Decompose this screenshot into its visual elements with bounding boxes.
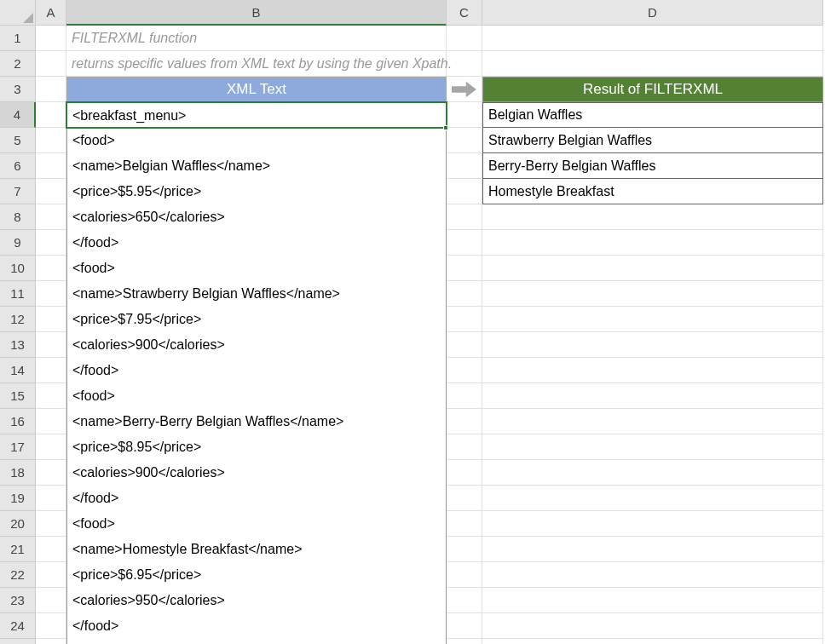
cell-C8[interactable] — [447, 204, 482, 230]
cell-B5[interactable]: <food> — [66, 128, 447, 153]
cell-B4[interactable]: <breakfast_menu> — [66, 102, 447, 128]
cell-A21[interactable] — [36, 537, 66, 562]
row-header-8[interactable]: 8 — [0, 204, 36, 230]
fill-handle[interactable] — [443, 125, 448, 130]
cell-D7[interactable]: Homestyle Breakfast — [482, 179, 823, 204]
cell-C14[interactable] — [447, 358, 482, 383]
cell-A4[interactable] — [36, 102, 66, 128]
row-header-4[interactable]: 4 — [0, 102, 36, 128]
select-all-corner[interactable] — [0, 0, 36, 26]
cell-A24[interactable] — [36, 613, 66, 639]
row-header-15[interactable]: 15 — [0, 383, 36, 409]
cell-D9[interactable] — [482, 230, 823, 256]
row-header-22[interactable]: 22 — [0, 562, 36, 588]
row-header-2[interactable]: 2 — [0, 51, 36, 77]
cell-C24[interactable] — [447, 613, 482, 639]
cell-A15[interactable] — [36, 383, 66, 409]
cell-D12[interactable] — [482, 307, 823, 332]
cell-B23[interactable]: <calories>950</calories> — [66, 588, 447, 613]
col-header-B[interactable]: B — [66, 0, 447, 26]
cell-D25[interactable] — [482, 639, 823, 644]
cell-D10[interactable] — [482, 256, 823, 281]
cell-B1[interactable]: FILTERXML function — [66, 26, 447, 51]
cell-A20[interactable] — [36, 511, 66, 537]
cell-C11[interactable] — [447, 281, 482, 307]
cell-B12[interactable]: <price>$7.95</price> — [66, 307, 447, 332]
cell-D20[interactable] — [482, 511, 823, 537]
cell-A22[interactable] — [36, 562, 66, 588]
cell-A1[interactable] — [36, 26, 66, 51]
cell-D14[interactable] — [482, 358, 823, 383]
cell-D15[interactable] — [482, 383, 823, 409]
cell-D22[interactable] — [482, 562, 823, 588]
cell-C9[interactable] — [447, 230, 482, 256]
cell-C5[interactable] — [447, 128, 482, 153]
cell-D16[interactable] — [482, 409, 823, 434]
cell-D13[interactable] — [482, 332, 823, 358]
cell-D2[interactable] — [482, 51, 823, 77]
row-header-21[interactable]: 21 — [0, 537, 36, 562]
cell-B25[interactable]: </breakfast_menu> — [66, 639, 447, 644]
result-header[interactable]: Result of FILTERXML — [482, 77, 823, 102]
row-header-12[interactable]: 12 — [0, 307, 36, 332]
cell-B20[interactable]: <food> — [66, 511, 447, 537]
cell-A16[interactable] — [36, 409, 66, 434]
cell-C20[interactable] — [447, 511, 482, 537]
cell-A11[interactable] — [36, 281, 66, 307]
cell-A9[interactable] — [36, 230, 66, 256]
cell-A8[interactable] — [36, 204, 66, 230]
row-header-16[interactable]: 16 — [0, 409, 36, 434]
cell-A2[interactable] — [36, 51, 66, 77]
row-header-13[interactable]: 13 — [0, 332, 36, 358]
cell-D5[interactable]: Strawberry Belgian Waffles — [482, 128, 823, 153]
cell-A17[interactable] — [36, 434, 66, 460]
cell-D6[interactable]: Berry-Berry Belgian Waffles — [482, 153, 823, 179]
cell-B13[interactable]: <calories>900</calories> — [66, 332, 447, 358]
cell-C22[interactable] — [447, 562, 482, 588]
row-header-1[interactable]: 1 — [0, 26, 36, 51]
col-header-C[interactable]: C — [447, 0, 482, 26]
cell-D19[interactable] — [482, 486, 823, 511]
cell-C23[interactable] — [447, 588, 482, 613]
cell-A10[interactable] — [36, 256, 66, 281]
cell-C13[interactable] — [447, 332, 482, 358]
cell-C12[interactable] — [447, 307, 482, 332]
row-header-6[interactable]: 6 — [0, 153, 36, 179]
row-header-24[interactable]: 24 — [0, 613, 36, 639]
cell-D18[interactable] — [482, 460, 823, 486]
cell-D11[interactable] — [482, 281, 823, 307]
row-header-11[interactable]: 11 — [0, 281, 36, 307]
cell-B18[interactable]: <calories>900</calories> — [66, 460, 447, 486]
cell-B24[interactable]: </food> — [66, 613, 447, 639]
cell-A23[interactable] — [36, 588, 66, 613]
row-header-25[interactable]: 25 — [0, 639, 36, 644]
cell-B9[interactable]: </food> — [66, 230, 447, 256]
col-header-A[interactable]: A — [36, 0, 66, 26]
spreadsheet-grid[interactable]: A B C D 1 FILTERXML function 2 returns s… — [0, 0, 825, 644]
cell-C3[interactable] — [447, 77, 482, 102]
cell-B15[interactable]: <food> — [66, 383, 447, 409]
cell-B7[interactable]: <price>$5.95</price> — [66, 179, 447, 204]
cell-B6[interactable]: <name>Belgian Waffles</name> — [66, 153, 447, 179]
cell-D23[interactable] — [482, 588, 823, 613]
cell-C10[interactable] — [447, 256, 482, 281]
cell-A5[interactable] — [36, 128, 66, 153]
cell-A6[interactable] — [36, 153, 66, 179]
cell-B22[interactable]: <price>$6.95</price> — [66, 562, 447, 588]
cell-B16[interactable]: <name>Berry-Berry Belgian Waffles</name> — [66, 409, 447, 434]
cell-B21[interactable]: <name>Homestyle Breakfast</name> — [66, 537, 447, 562]
cell-D17[interactable] — [482, 434, 823, 460]
row-header-17[interactable]: 17 — [0, 434, 36, 460]
row-header-9[interactable]: 9 — [0, 230, 36, 256]
cell-C21[interactable] — [447, 537, 482, 562]
xml-text-header[interactable]: XML Text — [66, 77, 447, 102]
cell-D1[interactable] — [482, 26, 823, 51]
cell-D4[interactable]: Belgian Waffles — [482, 102, 823, 128]
cell-B2[interactable]: returns specific values from XML text by… — [66, 51, 447, 77]
cell-C16[interactable] — [447, 409, 482, 434]
cell-B10[interactable]: <food> — [66, 256, 447, 281]
row-header-3[interactable]: 3 — [0, 77, 36, 102]
cell-C6[interactable] — [447, 153, 482, 179]
cell-A14[interactable] — [36, 358, 66, 383]
col-header-D[interactable]: D — [482, 0, 823, 26]
